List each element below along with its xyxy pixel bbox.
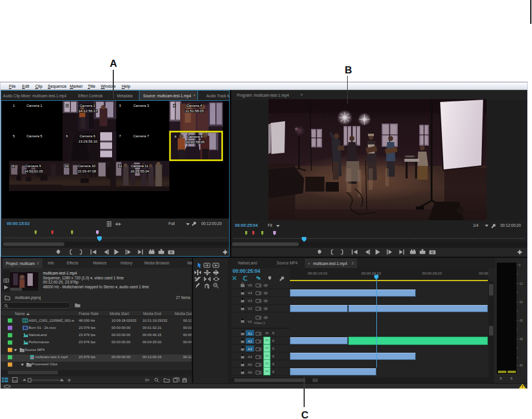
svg-text:S: S bbox=[272, 370, 274, 374]
svg-text:A4: A4 bbox=[248, 355, 252, 359]
svg-text:-48: -48 bbox=[519, 338, 523, 341]
svg-text:Im: Im bbox=[145, 378, 150, 382]
svg-text:S: S bbox=[272, 339, 274, 343]
svg-text:S: S bbox=[272, 355, 274, 358]
svg-text:Video 1: Video 1 bbox=[254, 321, 265, 325]
svg-text:M: M bbox=[265, 354, 268, 358]
svg-text:-36: -36 bbox=[519, 319, 523, 322]
svg-text:A6: A6 bbox=[248, 371, 252, 374]
svg-text:M: M bbox=[265, 369, 268, 373]
svg-text:M: M bbox=[265, 331, 268, 335]
svg-text:M: M bbox=[265, 346, 268, 350]
svg-text:M: M bbox=[265, 338, 268, 342]
svg-text:-24: -24 bbox=[519, 301, 523, 304]
svg-text:V3: V3 bbox=[248, 299, 252, 303]
svg-text:A3: A3 bbox=[248, 347, 252, 351]
svg-text:V2: V2 bbox=[248, 307, 252, 310]
svg-text:0: 0 bbox=[519, 264, 521, 267]
svg-text:-60: -60 bbox=[519, 364, 523, 367]
svg-text:A1: A1 bbox=[248, 332, 252, 335]
svg-text:V5: V5 bbox=[248, 284, 252, 287]
svg-text:S: S bbox=[272, 347, 274, 350]
svg-text:A5: A5 bbox=[248, 363, 252, 366]
svg-text:M: M bbox=[265, 362, 268, 365]
svg-text:-12: -12 bbox=[519, 282, 523, 285]
svg-text:A2: A2 bbox=[248, 340, 252, 343]
svg-text:S: S bbox=[272, 331, 274, 335]
svg-text:V1: V1 bbox=[248, 320, 252, 324]
svg-text:V4: V4 bbox=[248, 291, 252, 295]
svg-text:S: S bbox=[272, 362, 274, 366]
